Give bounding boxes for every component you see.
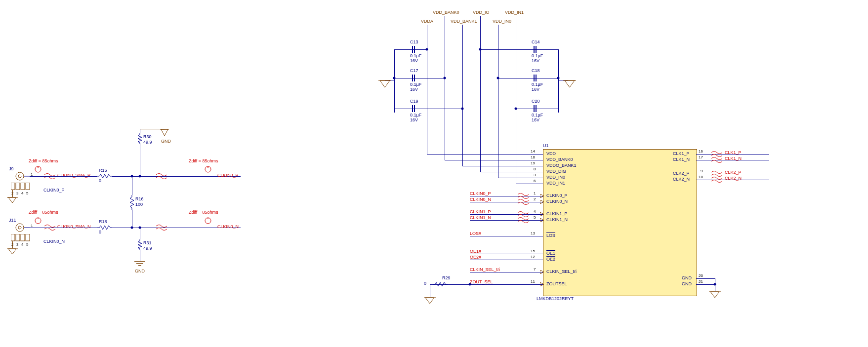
schematic-canvas: R30 49.9 GND J9 1 2 3 4 5 CLKIN0_P Zdiff…	[0, 0, 868, 347]
wire	[498, 25, 498, 178]
wire	[140, 155, 140, 176]
inversion-bubble	[540, 200, 544, 204]
wire	[480, 49, 558, 50]
pin-name: VDD_IN1	[546, 181, 565, 186]
diffpair-icon	[711, 157, 722, 163]
clk-in0n-net: CLKIN0_N	[217, 224, 239, 229]
svg-point-13	[16, 224, 24, 231]
pin	[696, 174, 710, 174]
pin-num: 17	[699, 155, 703, 159]
svg-marker-44	[380, 80, 390, 87]
gnd-label-1: GND	[161, 139, 171, 144]
c18-val: 0.1µF	[532, 82, 543, 87]
svg-rect-8	[26, 183, 30, 190]
svg-rect-6	[16, 183, 20, 190]
pin-name-oe1: OE1	[546, 251, 555, 256]
wire	[140, 129, 140, 133]
pin-name: VDD_DIG	[546, 169, 566, 174]
svg-marker-56	[540, 282, 544, 286]
rail-VDD_BANK0: VDD_BANK0	[433, 10, 459, 15]
wire	[427, 154, 529, 154]
c20-val: 0.1µF	[532, 113, 543, 117]
wire	[462, 25, 463, 166]
resistor-R29-symbol	[433, 282, 448, 287]
pin-name: CLKIN1_P	[546, 211, 568, 216]
pin-name: GND	[682, 275, 692, 280]
gnd-symbol	[134, 261, 145, 268]
pin-name: CLK1_P	[673, 151, 690, 156]
pin-num: 13	[531, 231, 535, 235]
wire	[462, 166, 529, 166]
zdiff-3: Zdiff = 85ohms	[29, 210, 58, 215]
net-clkin-sel: CLKIN_SEL_tri	[470, 267, 500, 272]
svg-marker-53	[540, 212, 544, 216]
junction-node	[131, 227, 133, 229]
inversion-bubble	[540, 270, 544, 274]
pin	[529, 166, 543, 166]
cap-C19-symbol	[410, 105, 417, 112]
wire	[470, 254, 529, 254]
junction-node	[714, 283, 716, 286]
wire	[394, 109, 462, 109]
u1-ref: U1	[543, 143, 549, 148]
pin-num: 2	[534, 197, 536, 201]
net-CLK2_P: CLK2_P	[725, 170, 742, 175]
gnd-symbol	[378, 80, 391, 89]
wire	[140, 228, 140, 239]
wire	[42, 228, 97, 228]
c17-ref: C17	[410, 68, 418, 73]
pin-num: 15	[531, 249, 535, 253]
j11-pin5: 5	[26, 242, 28, 247]
net-CLKIN0_P: CLKIN0_P	[470, 191, 491, 196]
pin-num: 21	[699, 279, 703, 284]
pin-name: VDD_BANK0	[546, 157, 573, 162]
junction-node	[469, 283, 471, 286]
net-LOS: LOS#	[470, 231, 481, 236]
pin	[529, 184, 543, 184]
pin-num: 11	[531, 279, 535, 284]
cap-C18-symbol	[532, 75, 538, 81]
c13-val: 0.1µF	[410, 53, 421, 58]
wire	[480, 16, 481, 172]
svg-marker-46	[565, 80, 575, 87]
wire	[12, 241, 13, 248]
svg-rect-16	[11, 234, 15, 241]
r29-ref: R29	[442, 275, 451, 280]
diffpair-icon	[711, 177, 722, 183]
svg-point-23	[207, 218, 208, 219]
pin-name: CLK2_P	[673, 171, 690, 176]
svg-marker-1	[161, 129, 168, 136]
annotation-icon	[205, 166, 211, 173]
c14-volt: 16V	[532, 58, 539, 63]
j11-pin4: 4	[21, 242, 23, 247]
pin-name: CLKIN0_P	[546, 193, 568, 198]
r18-val: 0	[99, 230, 101, 234]
pin	[529, 254, 543, 254]
c13-ref: C13	[410, 39, 418, 44]
u1-part: LMKDB1202REYT	[537, 296, 574, 301]
annotation-icon	[35, 166, 41, 173]
pin	[696, 154, 710, 154]
j9-pin4: 4	[21, 191, 23, 195]
c19-volt: 16V	[410, 117, 418, 122]
net-CLK1_P: CLK1_P	[725, 150, 742, 155]
wire	[132, 176, 132, 195]
pin	[696, 278, 710, 279]
pin-num: 18	[531, 155, 535, 159]
pin	[529, 236, 543, 236]
net-CLKIN0_N: CLKIN0_N	[470, 197, 491, 202]
wire	[470, 236, 529, 236]
pin	[529, 154, 543, 154]
j11-pin3: 3	[16, 242, 18, 247]
cap-C17-symbol	[410, 75, 417, 81]
pin-num: 4	[534, 209, 536, 214]
clk-in0p-net: CLKIN0_P	[217, 173, 239, 178]
r16-val: 100	[135, 202, 143, 207]
pin-num: 10	[699, 175, 703, 179]
pin-name: VDD_IN0	[546, 175, 565, 180]
svg-marker-28	[8, 197, 16, 203]
inversion-bubble	[540, 218, 544, 222]
cap-C14-symbol	[532, 46, 538, 53]
gnd-symbol	[7, 248, 18, 255]
diffpair-icon	[711, 151, 722, 157]
